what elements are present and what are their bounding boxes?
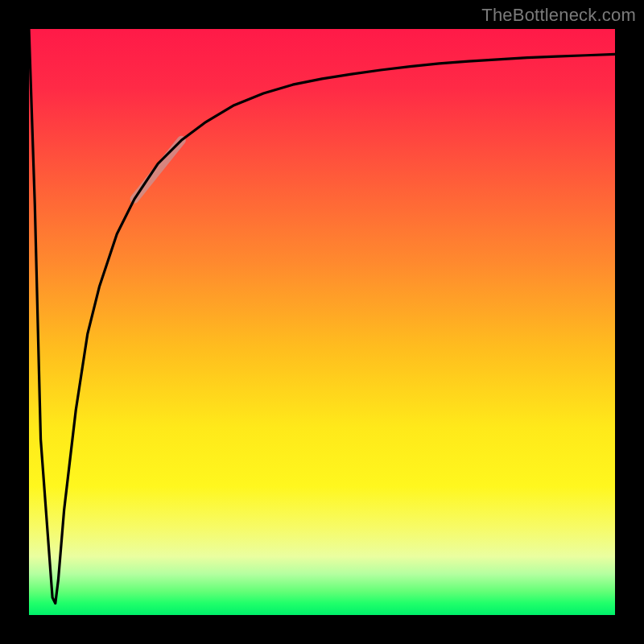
main-curve bbox=[29, 29, 615, 603]
watermark-text: TheBottleneck.com bbox=[481, 5, 636, 26]
chart-stage: TheBottleneck.com bbox=[0, 0, 644, 644]
plot-area bbox=[29, 29, 615, 615]
curve-layer bbox=[29, 29, 615, 615]
